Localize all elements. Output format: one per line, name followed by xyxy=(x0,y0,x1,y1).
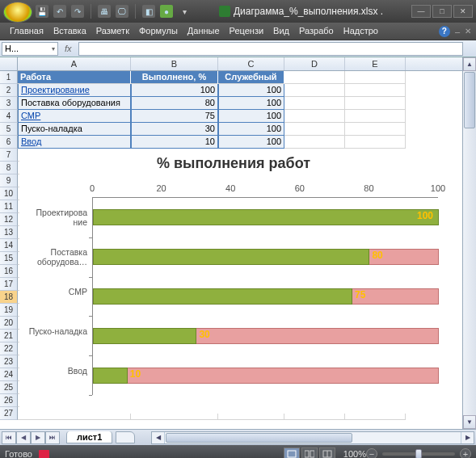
row-header[interactable]: 1 xyxy=(0,71,18,84)
row-header[interactable]: 6 xyxy=(0,136,18,149)
cell[interactable]: 100 xyxy=(218,136,284,149)
row-header[interactable]: 22 xyxy=(0,342,18,355)
fx-label[interactable]: fx xyxy=(65,44,72,53)
row-header[interactable]: 24 xyxy=(0,368,18,381)
cell[interactable]: 100 xyxy=(218,110,284,123)
cell[interactable]: Поставка оборудования xyxy=(18,97,131,110)
view-page-layout-icon[interactable] xyxy=(301,447,318,458)
cell[interactable] xyxy=(345,71,406,84)
scroll-up-icon[interactable]: ▲ xyxy=(463,57,476,71)
cell[interactable]: Проектирование xyxy=(18,84,131,97)
row-header[interactable]: 2 xyxy=(0,84,18,97)
row-header[interactable]: 25 xyxy=(0,381,18,394)
zoom-thumb[interactable] xyxy=(415,449,422,458)
cell[interactable]: 75 xyxy=(131,110,218,123)
zoom-in-icon[interactable]: + xyxy=(460,448,471,458)
cell[interactable] xyxy=(345,136,406,149)
row-header[interactable]: 7 xyxy=(0,149,18,162)
maximize-button[interactable]: □ xyxy=(432,5,452,18)
row-header[interactable]: 12 xyxy=(0,213,18,226)
cell[interactable]: СМР xyxy=(18,110,131,123)
row-header[interactable]: 23 xyxy=(0,355,18,368)
row-header[interactable]: 8 xyxy=(0,162,18,174)
row-header[interactable]: 27 xyxy=(0,407,18,420)
scroll-right-icon[interactable]: ▶ xyxy=(461,432,474,443)
undo-icon[interactable]: ↶ xyxy=(53,5,66,18)
cell[interactable] xyxy=(284,71,345,84)
row-header[interactable]: 18 xyxy=(0,291,18,304)
qat-icon[interactable]: ◧ xyxy=(142,5,155,18)
row-header[interactable]: 21 xyxy=(0,330,18,342)
tab-nav-last-icon[interactable]: ⏭ xyxy=(45,431,60,444)
cell[interactable]: Служебный xyxy=(218,71,284,84)
formula-input[interactable] xyxy=(78,42,463,56)
qat-icon[interactable]: ● xyxy=(160,5,173,18)
row-header[interactable]: 26 xyxy=(0,394,18,407)
cell[interactable] xyxy=(284,123,345,136)
cell[interactable]: Выполнено, % xyxy=(131,71,218,84)
cell[interactable]: 100 xyxy=(218,123,284,136)
chart[interactable]: % выполнения работ 020406080100 Проектир… xyxy=(19,149,448,414)
tab-data[interactable]: Данные xyxy=(183,23,225,40)
preview-icon[interactable]: 🖵 xyxy=(116,5,128,18)
sheet-tab[interactable]: лист1 xyxy=(66,431,112,443)
cell[interactable] xyxy=(345,110,406,123)
scroll-left-icon[interactable]: ◀ xyxy=(152,432,165,443)
cell[interactable] xyxy=(284,136,345,149)
col-header[interactable]: B xyxy=(131,57,218,70)
cell[interactable]: 100 xyxy=(131,84,218,97)
scroll-thumb[interactable] xyxy=(166,433,352,443)
tab-formulas[interactable]: Формулы xyxy=(134,23,183,40)
row-header[interactable]: 9 xyxy=(0,174,18,187)
col-header[interactable]: A xyxy=(18,57,131,70)
tab-nav-next-icon[interactable]: ▶ xyxy=(31,431,45,444)
view-normal-icon[interactable] xyxy=(284,447,300,458)
horizontal-scrollbar[interactable]: ◀ ▶ xyxy=(151,431,474,444)
tab-nav-first-icon[interactable]: ⏮ xyxy=(2,431,16,444)
row-header[interactable]: 19 xyxy=(0,304,18,317)
minimize-ribbon-icon[interactable]: – xyxy=(455,27,460,36)
row-header[interactable]: 4 xyxy=(0,110,18,123)
help-icon[interactable]: ? xyxy=(439,26,450,37)
name-box[interactable]: Н... xyxy=(2,42,58,56)
cell[interactable]: Ввод xyxy=(18,136,131,149)
close-button[interactable]: ✕ xyxy=(453,5,473,18)
tab-review[interactable]: Рецензи xyxy=(225,23,269,40)
select-all-corner[interactable] xyxy=(0,57,18,70)
row-header[interactable]: 16 xyxy=(0,265,18,278)
zoom-slider[interactable] xyxy=(382,452,455,456)
minimize-button[interactable]: — xyxy=(411,5,431,18)
row-header[interactable]: 14 xyxy=(0,239,18,252)
tab-view[interactable]: Вид xyxy=(268,23,294,40)
cell[interactable] xyxy=(345,84,406,97)
redo-icon[interactable]: ↷ xyxy=(71,5,84,18)
zoom-level[interactable]: 100% xyxy=(343,449,366,458)
cell[interactable]: 80 xyxy=(131,97,218,110)
zoom-out-icon[interactable]: − xyxy=(366,448,377,458)
office-button[interactable] xyxy=(3,2,32,23)
cell[interactable]: 30 xyxy=(131,123,218,136)
tab-layout[interactable]: Разметк xyxy=(91,23,134,40)
tab-developer[interactable]: Разрабо xyxy=(294,23,339,40)
row-header[interactable]: 11 xyxy=(0,200,18,213)
ribbon-close-icon[interactable]: ✕ xyxy=(465,27,471,36)
row-header[interactable]: 17 xyxy=(0,278,18,291)
tab-nav-prev-icon[interactable]: ◀ xyxy=(16,431,31,444)
scroll-thumb[interactable] xyxy=(464,72,475,128)
cell[interactable] xyxy=(345,123,406,136)
vertical-scrollbar[interactable]: ▲ ▼ xyxy=(462,57,476,429)
tab-home[interactable]: Главная xyxy=(5,23,48,40)
cell[interactable]: 100 xyxy=(218,97,284,110)
print-icon[interactable]: 🖶 xyxy=(98,5,111,18)
row-header[interactable]: 15 xyxy=(0,252,18,265)
tab-addins[interactable]: Надстро xyxy=(339,23,383,40)
cell[interactable] xyxy=(345,97,406,110)
cell[interactable]: 100 xyxy=(218,84,284,97)
row-header[interactable]: 5 xyxy=(0,123,18,136)
row-header[interactable]: 3 xyxy=(0,97,18,110)
scroll-down-icon[interactable]: ▼ xyxy=(463,415,476,429)
tab-insert[interactable]: Вставка xyxy=(48,23,91,40)
cell[interactable]: Работа xyxy=(18,71,131,84)
qat-more-icon[interactable]: ▾ xyxy=(178,5,191,18)
view-page-break-icon[interactable] xyxy=(319,447,335,458)
